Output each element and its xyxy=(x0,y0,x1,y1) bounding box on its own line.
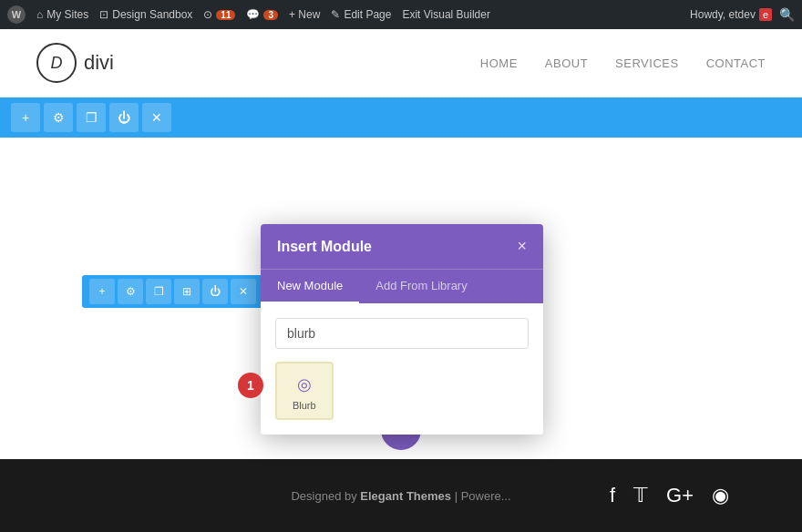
builder-toolbar: + ⚙ ❐ ⏻ ✕ xyxy=(0,97,802,138)
row-settings-button[interactable]: ⚙ xyxy=(118,279,143,304)
howdy-item[interactable]: Howdy, etdev e xyxy=(690,8,772,21)
modal-tabs: New Module Add From Library xyxy=(261,269,543,303)
updates-item[interactable]: ⊙ 11 xyxy=(203,8,235,21)
logo-circle: D xyxy=(36,43,77,83)
comments-icon: 💬 xyxy=(246,8,260,21)
modal-header: Insert Module × xyxy=(261,224,543,269)
tab-add-from-library[interactable]: Add From Library xyxy=(359,270,483,303)
elegant-themes-link[interactable]: Elegant Themes xyxy=(360,489,451,503)
admin-bar-right: Howdy, etdev e 🔍 xyxy=(690,7,795,22)
insert-module-modal: Insert Module × New Module Add From Libr… xyxy=(261,224,543,435)
exit-builder-item[interactable]: Exit Visual Builder xyxy=(402,8,490,21)
row-toolbar: + ⚙ ❐ ⊞ ⏻ ✕ xyxy=(82,275,263,308)
nav-about[interactable]: About xyxy=(545,56,588,70)
section-power-button[interactable]: ⏻ xyxy=(109,103,139,132)
user-badge: e xyxy=(759,8,772,21)
edit-icon: ✎ xyxy=(331,8,340,21)
googleplus-icon[interactable]: G+ xyxy=(666,484,694,507)
nav-services[interactable]: Services xyxy=(615,56,679,70)
edit-page-item[interactable]: ✎ Edit Page xyxy=(331,8,391,21)
site-logo[interactable]: D divi xyxy=(36,43,114,83)
my-sites-icon: ⌂ xyxy=(36,8,43,21)
logo-name: divi xyxy=(84,51,114,75)
my-sites-menu[interactable]: ⌂ My Sites xyxy=(36,8,88,21)
site-nav: Home About Services Contact xyxy=(480,56,766,70)
section-clone-button[interactable]: ❐ xyxy=(77,103,106,132)
comments-item[interactable]: 💬 3 xyxy=(246,8,278,21)
rss-icon[interactable]: ◉ xyxy=(712,484,729,507)
row-power-button[interactable]: ⏻ xyxy=(202,279,228,304)
add-row-button[interactable]: + xyxy=(11,103,40,132)
facebook-icon[interactable]: f xyxy=(610,484,615,507)
modal-close-button[interactable]: × xyxy=(517,237,527,256)
twitter-icon[interactable]: 𝕋 xyxy=(633,484,648,507)
nav-contact[interactable]: Contact xyxy=(706,56,766,70)
comments-badge: 3 xyxy=(263,10,278,20)
wp-logo-icon[interactable]: W xyxy=(7,5,26,24)
blurb-label: Blurb xyxy=(293,400,316,411)
design-sandbox-item[interactable]: ⊡ Design Sandbox xyxy=(99,8,192,21)
modal-title: Insert Module xyxy=(277,239,372,255)
section-settings-button[interactable]: ⚙ xyxy=(44,103,73,132)
nav-home[interactable]: Home xyxy=(480,56,518,70)
site-header: D divi Home About Services Contact xyxy=(0,29,802,97)
main-content: + ⚙ ❐ ⊞ ⏻ ✕ ↓ Designed by Elegant Themes… xyxy=(0,138,802,532)
blurb-icon: ◎ xyxy=(297,374,312,394)
builder-footer: Designed by Elegant Themes | Powere... f… xyxy=(0,459,802,532)
new-item[interactable]: + New xyxy=(289,8,320,21)
updates-icon: ⊙ xyxy=(203,8,212,21)
updates-badge: 11 xyxy=(216,10,235,20)
modal-body: ◎ Blurb xyxy=(261,303,543,435)
row-clone-button[interactable]: ❐ xyxy=(146,279,171,304)
add-module-button[interactable]: + xyxy=(89,279,115,304)
module-grid: ◎ Blurb xyxy=(275,362,529,420)
section-delete-button[interactable]: ✕ xyxy=(142,103,171,132)
footer-text: Designed by Elegant Themes | Powere... xyxy=(291,489,510,503)
tab-new-module[interactable]: New Module xyxy=(261,270,359,303)
row-delete-button[interactable]: ✕ xyxy=(231,279,256,304)
sandbox-icon: ⊡ xyxy=(99,8,108,21)
admin-bar: W ⌂ My Sites ⊡ Design Sandbox ⊙ 11 💬 3 +… xyxy=(0,0,802,29)
admin-search-icon[interactable]: 🔍 xyxy=(779,7,795,22)
footer-social: f 𝕋 G+ ◉ xyxy=(610,484,729,507)
module-search-input[interactable] xyxy=(275,318,529,349)
step-badge: 1 xyxy=(238,373,263,398)
row-grid-button[interactable]: ⊞ xyxy=(174,279,200,304)
blurb-module-item[interactable]: ◎ Blurb xyxy=(275,362,334,420)
